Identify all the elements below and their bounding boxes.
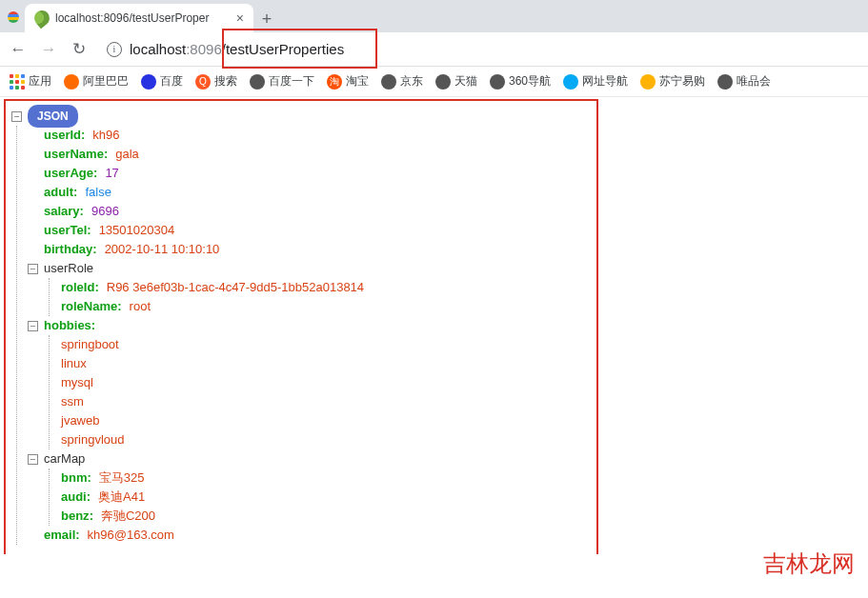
page-content: – JSON userId :kh96userName :galauserAge…	[0, 97, 868, 554]
collapse-icon[interactable]: –	[11, 111, 22, 122]
json-value: false	[85, 183, 111, 202]
bookmark-bar: 应用 阿里巴巴百度Q搜索百度一下淘淘宝京东天猫360导航网址导航苏宁易购唯品会	[0, 67, 868, 97]
bookmark-icon	[141, 74, 156, 90]
collapse-icon[interactable]: –	[28, 454, 38, 465]
bookmark-label: 淘宝	[346, 73, 369, 90]
bookmark-label: 阿里巴巴	[83, 73, 129, 90]
bookmark-icon	[250, 74, 265, 90]
address-bar: ← → ↻ i localhost:8096/testUserPropertie…	[0, 32, 868, 67]
bookmark-icon	[490, 74, 505, 90]
json-key: audi	[61, 488, 87, 507]
info-icon[interactable]: i	[107, 42, 122, 57]
bookmark-item[interactable]: 淘淘宝	[327, 73, 369, 90]
bookmark-label: 百度	[160, 73, 183, 90]
apps-icon	[10, 74, 25, 90]
json-root-badge[interactable]: JSON	[28, 105, 78, 128]
json-key: birthday	[44, 240, 92, 259]
highlight-box	[222, 29, 377, 69]
json-array-item: springboot	[61, 335, 119, 354]
bookmark-item[interactable]: Q搜索	[195, 73, 237, 90]
bookmark-icon	[435, 74, 451, 90]
bookmark-label: 唯品会	[737, 73, 771, 90]
bookmark-icon	[64, 74, 79, 90]
json-key: userName	[44, 145, 104, 164]
browser-tab[interactable]: localhost:8096/testUserProper ×	[25, 4, 253, 32]
bookmark-item[interactable]: 网址导航	[563, 73, 628, 90]
spring-favicon-icon	[31, 8, 53, 30]
json-value: root	[130, 297, 151, 316]
json-key: benz	[61, 507, 90, 526]
json-value: R96 3e6ef03b-1cac-4c47-9dd5-1bb52a013814	[107, 278, 364, 297]
bookmark-icon: 淘	[327, 74, 342, 90]
json-key: userAge	[44, 164, 93, 183]
watermark: 吉林龙网	[763, 548, 855, 554]
bookmark-icon	[563, 74, 578, 90]
bookmark-item[interactable]: 苏宁易购	[640, 73, 705, 90]
json-array-item: linux	[61, 354, 87, 373]
bookmark-label: 天猫	[454, 73, 477, 90]
collapse-icon[interactable]: –	[28, 321, 38, 331]
apps-label: 应用	[29, 73, 51, 90]
json-array-item: ssm	[61, 392, 84, 411]
bookmark-icon	[717, 74, 733, 90]
bookmark-label: 百度一下	[269, 73, 314, 90]
url-host: localhost	[130, 41, 186, 57]
json-value: 奔驰C200	[101, 507, 155, 526]
bookmark-icon: Q	[195, 74, 211, 90]
url-port: :8096	[186, 41, 222, 57]
bookmark-item[interactable]: 天猫	[435, 73, 477, 90]
tab-bar: localhost:8096/testUserProper × +	[0, 0, 868, 32]
bookmark-label: 京东	[400, 73, 423, 90]
bookmark-label: 网址导航	[582, 73, 628, 90]
json-value: kh96	[92, 126, 119, 145]
tab-title: localhost:8096/testUserProper	[55, 11, 209, 25]
json-value: 宝马325	[99, 468, 145, 488]
chrome-logo-icon	[8, 11, 19, 23]
json-key: adult	[44, 183, 73, 202]
json-array-item: jvaweb	[61, 411, 99, 430]
json-value: gala	[115, 145, 139, 164]
json-key-carMap: carMap	[44, 449, 85, 468]
bookmark-item[interactable]: 京东	[381, 73, 423, 90]
json-key: userId	[44, 126, 81, 145]
json-viewer: – JSON userId :kh96userName :galauserAge…	[8, 107, 860, 545]
bookmark-icon	[640, 74, 656, 90]
json-value: 奥迪A41	[98, 488, 145, 507]
bookmark-label: 搜索	[214, 73, 237, 90]
close-icon[interactable]: ×	[236, 10, 244, 26]
bookmark-item[interactable]: 唯品会	[717, 73, 771, 90]
bookmark-icon	[381, 74, 396, 90]
bookmark-label: 360导航	[509, 73, 551, 90]
json-key-hobbies: hobbies	[44, 316, 91, 335]
json-value: kh96@163.com	[88, 526, 174, 545]
json-value: 17	[105, 164, 118, 183]
bookmark-item[interactable]: 百度	[141, 73, 183, 90]
bookmark-item[interactable]: 百度一下	[250, 73, 314, 90]
bookmark-item[interactable]: 阿里巴巴	[64, 73, 129, 90]
json-key-email: email	[44, 526, 75, 545]
back-button[interactable]: ←	[8, 40, 29, 59]
json-value: 13501020304	[99, 221, 175, 240]
json-key-userRole: userRole	[44, 259, 93, 278]
json-array-item: springvloud	[61, 430, 125, 449]
json-array-item: mysql	[61, 373, 93, 392]
json-key: salary	[44, 202, 80, 221]
bookmark-label: 苏宁易购	[659, 73, 705, 90]
json-value: 9696	[91, 202, 119, 221]
json-key: roleId	[61, 278, 94, 297]
forward-button[interactable]: →	[38, 40, 59, 59]
collapse-icon[interactable]: –	[28, 264, 38, 274]
json-key: roleName	[61, 297, 117, 316]
reload-button[interactable]: ↻	[69, 39, 90, 59]
bookmark-item[interactable]: 360导航	[490, 73, 551, 90]
apps-button[interactable]: 应用	[10, 73, 51, 90]
json-value: 2002-10-11 10:10:10	[105, 240, 220, 259]
json-key: userTel	[44, 221, 87, 240]
json-key: bnm	[61, 468, 87, 488]
